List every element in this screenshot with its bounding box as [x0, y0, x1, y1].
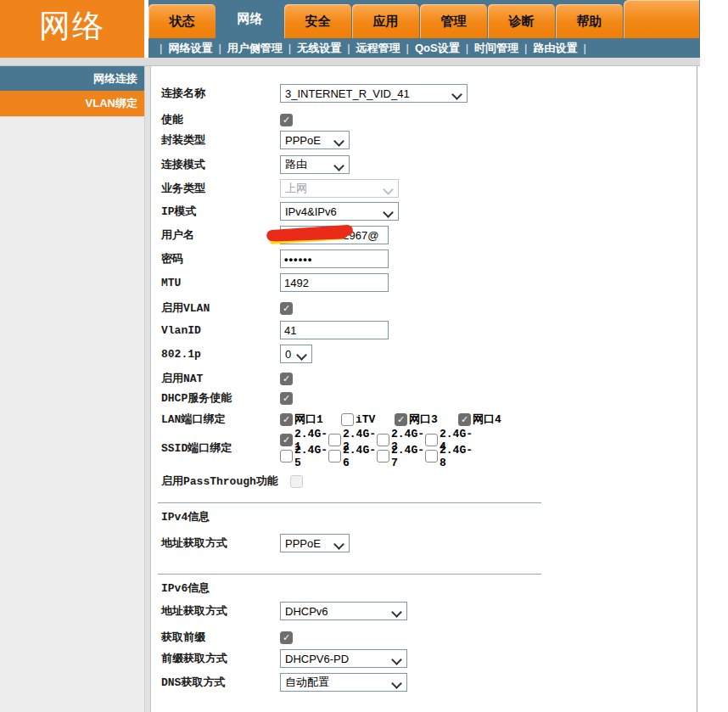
sidebar: 网络连接 VLAN绑定: [0, 66, 144, 712]
enable-label: 使能: [161, 112, 280, 127]
8021p-value: 0: [285, 348, 291, 361]
prefix-mode-value: DHCPV6-PD: [285, 653, 349, 665]
app-logo: 网络: [0, 0, 144, 58]
subnav-item-远程管理[interactable]: 远程管理: [356, 41, 400, 56]
vlan-id-input[interactable]: [280, 321, 389, 339]
tab-应用[interactable]: 应用: [352, 4, 419, 38]
row-service-type: 业务类型 上网: [161, 179, 399, 198]
row-ip-mode: IP模式 IPv4&IPv6: [161, 202, 399, 221]
subnav-separator: |: [160, 42, 162, 54]
vlan-id-label: VlanID: [161, 324, 280, 337]
get-prefix-checkbox[interactable]: [280, 631, 293, 644]
mtu-input[interactable]: [280, 273, 389, 292]
chevron-down-icon: [296, 350, 307, 361]
tab-网络[interactable]: 网络: [216, 0, 283, 38]
sidebar-item-vlan-binding[interactable]: VLAN绑定: [0, 91, 144, 116]
connection-name-select[interactable]: 3_INTERNET_R_VID_41: [280, 84, 468, 103]
checkbox-2.4G-1[interactable]: [280, 434, 293, 446]
enable-nat-label: 启用NAT: [161, 371, 280, 386]
ipv4-addr-mode-select[interactable]: PPPoE: [280, 534, 350, 552]
subnav-item-无线设置[interactable]: 无线设置: [297, 41, 341, 56]
sidebar-empty-panel: [0, 116, 144, 712]
ipv4-addr-mode-label: 地址获取方式: [161, 535, 280, 551]
subnav-item-用户侧管理[interactable]: 用户侧管理: [227, 41, 283, 56]
checkbox-option-2.4G-8: 2.4G-8: [425, 448, 473, 464]
subnav-separator: |: [583, 42, 585, 54]
checkbox-option-网口3: 网口3: [395, 412, 458, 427]
encapsulation-select[interactable]: PPPoE: [280, 131, 350, 149]
checkbox-option-2.4G-6: 2.4G-6: [328, 448, 377, 464]
8021p-select[interactable]: 0: [280, 345, 312, 363]
checkbox-option-iTV: iTV: [341, 413, 395, 426]
ipv6-addr-mode-select[interactable]: DHCPv6: [280, 602, 407, 620]
subnav-separator: |: [347, 42, 350, 54]
sidebar-content-divider: [144, 66, 151, 712]
enable-nat-checkbox[interactable]: [280, 373, 293, 385]
8021p-label: 802.1p: [161, 348, 280, 361]
dns-mode-select[interactable]: 自动配置: [280, 673, 407, 692]
tabbar-filler: [624, 0, 699, 38]
enable-vlan-checkbox[interactable]: [280, 302, 293, 315]
ip-mode-select[interactable]: IPv4&IPv6: [280, 202, 399, 221]
checkbox-option-网口1: 网口1: [280, 412, 341, 427]
checkbox-2.4G-2[interactable]: [328, 434, 341, 446]
encapsulation-label: 封装类型: [161, 132, 280, 148]
chevron-down-icon: [391, 678, 402, 689]
subnav-item-网络设置[interactable]: 网络设置: [168, 41, 212, 56]
main-tabbar: 状态网络安全应用管理诊断帮助: [148, 0, 700, 38]
row-dhcp-enable: DHCP服务使能: [161, 389, 293, 407]
checkbox-label: iTV: [356, 413, 375, 426]
row-ssid-binding: SSID端口绑定 2.4G-12.4G-22.4G-32.4G-42.4G-52…: [161, 431, 477, 465]
service-type-label: 业务类型: [161, 181, 280, 196]
checkbox-2.4G-5[interactable]: [280, 450, 293, 463]
row-prefix-mode: 前缀获取方式 DHCPV6-PD: [161, 649, 407, 668]
ssid-binding-label: SSID端口绑定: [161, 440, 280, 456]
subnav-item-路由设置[interactable]: 路由设置: [533, 41, 577, 56]
chevron-down-icon: [333, 160, 344, 171]
subnav-separator: |: [288, 42, 291, 54]
passthrough-checkbox: [290, 475, 303, 488]
chevron-down-icon: [333, 539, 344, 550]
checkbox-网口4[interactable]: [458, 413, 471, 426]
checkbox-iTV[interactable]: [341, 413, 354, 426]
connection-mode-select[interactable]: 路由: [280, 155, 350, 174]
checkbox-2.4G-7[interactable]: [377, 450, 389, 463]
get-prefix-label: 获取前缀: [161, 630, 280, 645]
password-input[interactable]: [280, 249, 389, 268]
lan-binding-options: 网口1iTV网口3网口4: [280, 412, 501, 427]
tab-管理[interactable]: 管理: [420, 4, 487, 38]
checkbox-2.4G-8[interactable]: [425, 450, 438, 463]
row-password: 密码: [161, 249, 389, 268]
checkbox-label: 2.4G-7: [391, 444, 425, 469]
checkbox-label: 2.4G-5: [294, 444, 328, 469]
ipv4-addr-mode-value: PPPoE: [285, 537, 321, 550]
tab-帮助[interactable]: 帮助: [556, 4, 623, 38]
checkbox-2.4G-3[interactable]: [377, 434, 389, 446]
tab-状态[interactable]: 状态: [148, 4, 216, 38]
subnav-item-QoS设置[interactable]: QoS设置: [415, 41, 460, 56]
checkbox-2.4G-4[interactable]: [425, 434, 438, 446]
checkbox-option-网口4: 网口4: [458, 412, 501, 427]
tab-诊断[interactable]: 诊断: [488, 4, 555, 38]
main-content: 连接名称 3_INTERNET_R_VID_41 使能 封装类型 PPPoE 连…: [151, 66, 697, 712]
subnav-item-时间管理[interactable]: 时间管理: [474, 41, 518, 56]
checkbox-网口3[interactable]: [395, 413, 407, 426]
tab-安全[interactable]: 安全: [284, 4, 351, 38]
ipv6-addr-mode-value: DHCPv6: [285, 605, 328, 618]
enable-checkbox[interactable]: [280, 114, 293, 126]
dhcp-enable-checkbox[interactable]: [280, 392, 293, 405]
connection-name-label: 连接名称: [161, 86, 280, 101]
row-ipv4-addr-mode: 地址获取方式 PPPoE: [161, 534, 350, 552]
row-dns-mode: DNS获取方式 自动配置: [161, 673, 407, 692]
checkbox-option-2.4G-5: 2.4G-5: [280, 448, 328, 464]
checkbox-2.4G-6[interactable]: [328, 450, 341, 463]
dns-mode-label: DNS获取方式: [161, 675, 280, 690]
ipv6-section-heading: IPv6信息: [161, 580, 210, 596]
username-label: 用户名: [161, 227, 280, 243]
passthrough-label: 启用PassThrough功能: [161, 474, 290, 489]
chevron-down-icon: [333, 136, 344, 147]
prefix-mode-select[interactable]: DHCPV6-PD: [280, 649, 407, 668]
row-username: 用户名: [161, 226, 389, 244]
checkbox-网口1[interactable]: [280, 413, 293, 426]
sidebar-item-network-connection[interactable]: 网络连接: [0, 66, 144, 91]
